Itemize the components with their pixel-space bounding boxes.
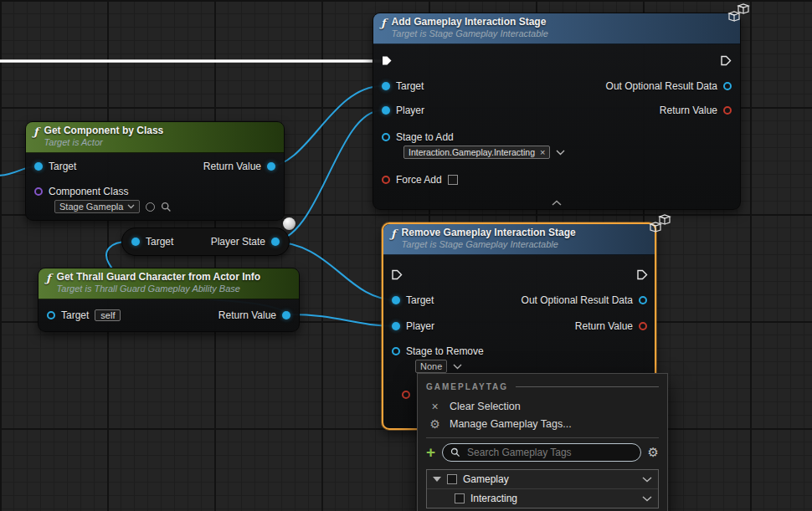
out-optional-result-data-pin[interactable] bbox=[639, 296, 647, 304]
chevron-down-icon[interactable] bbox=[642, 496, 652, 502]
force-add-pin[interactable] bbox=[382, 176, 390, 184]
return-value-pin[interactable] bbox=[639, 322, 647, 330]
target-row: Target bbox=[34, 160, 76, 173]
clear-selection-item[interactable]: × Clear Selection bbox=[426, 397, 659, 415]
force-remove-pin[interactable] bbox=[402, 391, 410, 399]
return-row: Return Value bbox=[660, 104, 732, 117]
target-pin[interactable] bbox=[47, 311, 55, 319]
node-header: ƒ Get Component by Class Target is Actor bbox=[26, 122, 284, 153]
out-data-row: Out Optional Result Data bbox=[522, 294, 647, 307]
add-tag-plus-icon[interactable]: + bbox=[426, 446, 435, 459]
pin-label: Return Value bbox=[218, 309, 276, 321]
browse-search-icon[interactable] bbox=[161, 202, 172, 212]
sphere-icon bbox=[283, 217, 296, 230]
node-header: ƒ Get Thrall Guard Character from Actor … bbox=[39, 268, 299, 299]
gameplay-checkbox[interactable] bbox=[447, 474, 457, 484]
data-wire-thrall-to-remove-player[interactable] bbox=[290, 314, 397, 326]
target-row: Target bbox=[392, 294, 434, 307]
tree-row-gameplay[interactable]: Gameplay bbox=[427, 470, 658, 489]
search-icon bbox=[450, 447, 460, 457]
return-value-pin[interactable] bbox=[723, 106, 732, 115]
tag-chip-remove-icon[interactable]: × bbox=[540, 148, 545, 156]
target-pin[interactable] bbox=[382, 82, 390, 90]
return-row: Return Value bbox=[203, 160, 275, 173]
player-pin[interactable] bbox=[392, 322, 400, 330]
menu-item-label: Manage Gameplay Tags... bbox=[450, 418, 572, 430]
tree-row-interacting[interactable]: Interacting bbox=[427, 489, 658, 508]
pin-label: Target bbox=[61, 309, 89, 321]
node-header: ƒ Add Gameplay Interaction Stage Target … bbox=[373, 13, 740, 44]
node-player-state[interactable]: Target Player State bbox=[121, 227, 290, 256]
function-icon: ƒ bbox=[46, 272, 51, 284]
pin-label: Target bbox=[406, 294, 434, 306]
blueprint-graph[interactable]: ƒ Add Gameplay Interaction Stage Target … bbox=[0, 0, 812, 511]
settings-gear-icon[interactable]: ⚙ bbox=[648, 445, 659, 460]
chevron-down-icon[interactable] bbox=[642, 477, 652, 483]
tag-search-input[interactable] bbox=[465, 446, 632, 459]
pin-label: Target bbox=[146, 236, 173, 248]
stage-to-add-row: Stage to Add bbox=[382, 130, 454, 144]
pin-label: Component Class bbox=[49, 186, 128, 197]
component-class-row: Component Class bbox=[34, 185, 128, 198]
tag-tree: Gameplay Interacting bbox=[426, 469, 659, 508]
collapse-chevron-icon[interactable] bbox=[551, 200, 563, 206]
return-value-pin[interactable] bbox=[267, 162, 275, 171]
divider bbox=[426, 437, 659, 438]
function-icon: ƒ bbox=[391, 227, 396, 240]
node-get-component-by-class[interactable]: ƒ Get Component by Class Target is Actor… bbox=[25, 121, 285, 221]
target-pin[interactable] bbox=[34, 162, 43, 171]
player-row: Player bbox=[392, 319, 434, 333]
manage-gameplay-tags-item[interactable]: ⚙ Manage Gameplay Tags... bbox=[426, 415, 659, 432]
self-value-field[interactable]: self bbox=[95, 309, 121, 321]
player-pin[interactable] bbox=[382, 106, 390, 115]
exec-in-pin[interactable] bbox=[392, 269, 403, 280]
expander-icon[interactable] bbox=[433, 477, 441, 482]
exec-out-row bbox=[721, 54, 732, 67]
data-wire-component-to-add-target[interactable] bbox=[268, 86, 382, 166]
tag-search-box[interactable] bbox=[442, 443, 640, 462]
exec-out-pin[interactable] bbox=[637, 269, 648, 280]
stage-to-remove-pin[interactable] bbox=[392, 347, 400, 355]
node-header: ƒ Remove Gameplay Interaction Stage Targ… bbox=[383, 224, 655, 255]
out-optional-result-data-pin[interactable] bbox=[723, 82, 732, 90]
exec-in-pin[interactable] bbox=[382, 55, 393, 66]
return-row: Return Value bbox=[218, 309, 290, 322]
pin-label: Target bbox=[49, 161, 76, 172]
close-icon: × bbox=[429, 400, 441, 413]
target-pin[interactable] bbox=[131, 238, 140, 246]
component-class-value-row: Stage Gamepla bbox=[54, 200, 172, 213]
chevron-down-icon[interactable] bbox=[453, 364, 462, 370]
use-selected-asset-icon[interactable] bbox=[146, 202, 155, 212]
stage-select-dropdown[interactable]: None bbox=[415, 360, 447, 373]
class-select-dropdown[interactable]: Stage Gamepla bbox=[54, 200, 140, 213]
player-row: Player bbox=[382, 104, 424, 117]
tree-row-label: Gameplay bbox=[463, 473, 509, 485]
pin-label: Return Value bbox=[660, 105, 717, 116]
node-subtitle: Target is Actor bbox=[44, 137, 164, 148]
node-title: Add Gameplay Interaction Stage bbox=[392, 16, 548, 28]
chevron-down-icon[interactable] bbox=[556, 150, 565, 156]
interacting-checkbox[interactable] bbox=[455, 493, 465, 503]
node-get-thrall-guard-character[interactable]: ƒ Get Thrall Guard Character from Actor … bbox=[38, 268, 300, 332]
node-add-gameplay-interaction-stage[interactable]: ƒ Add Gameplay Interaction Stage Target … bbox=[373, 13, 741, 210]
gameplay-tag-chip[interactable]: Interaction.Gameplay.Interacting × bbox=[403, 146, 550, 159]
out-data-row: Out Optional Result Data bbox=[606, 79, 732, 93]
pin-label: Out Optional Result Data bbox=[522, 294, 633, 306]
force-add-checkbox[interactable] bbox=[448, 175, 458, 185]
node-title: Get Component by Class bbox=[44, 125, 164, 137]
stage-to-remove-row: Stage to Remove bbox=[392, 345, 484, 358]
pin-label: Player bbox=[406, 320, 434, 332]
exec-out-pin[interactable] bbox=[721, 55, 732, 66]
return-row: Return Value bbox=[575, 319, 647, 333]
stage-to-remove-value-row: None bbox=[415, 360, 462, 373]
tag-chip-label: Interaction.Gameplay.Interacting bbox=[409, 147, 535, 157]
stage-to-add-pin[interactable] bbox=[382, 133, 390, 141]
component-class-pin[interactable] bbox=[34, 187, 43, 196]
player-state-pin[interactable] bbox=[271, 238, 280, 246]
gameplay-tag-menu[interactable]: GAMEPLAYTAG × Clear Selection ⚙ Manage G… bbox=[417, 373, 668, 511]
return-value-pin[interactable] bbox=[282, 311, 290, 319]
node-subtitle: Target is Stage Gameplay Interactable bbox=[392, 28, 548, 39]
tree-row-label: Interacting bbox=[470, 493, 517, 504]
target-pin[interactable] bbox=[392, 296, 400, 304]
pin-label: Return Value bbox=[203, 161, 261, 172]
